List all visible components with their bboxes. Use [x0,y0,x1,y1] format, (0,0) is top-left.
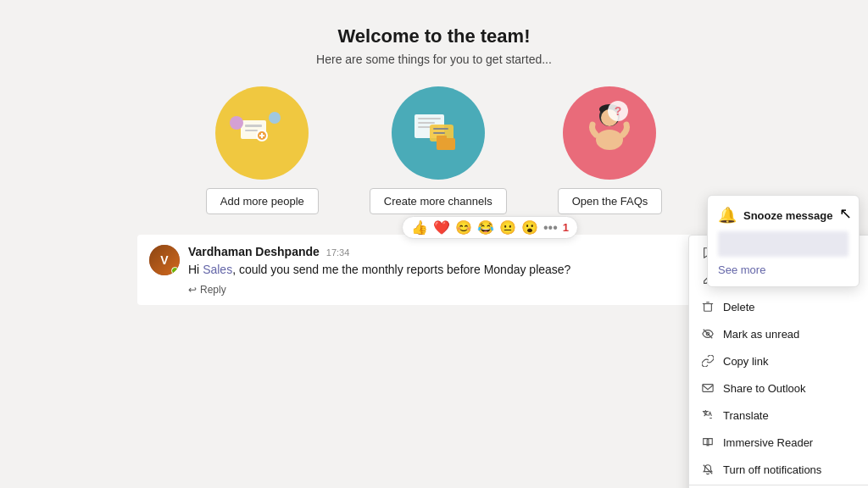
menu-divider [689,485,868,485]
yellow-illustration-svg [228,99,296,167]
reaction-thumbs-up[interactable]: 👍 [411,219,428,236]
reaction-heart[interactable]: ❤️ [433,219,450,236]
card-open-faqs: ? Open the FAQs [558,86,663,214]
menu-item-share-outlook[interactable]: Share to Outlook [689,374,868,402]
reaction-more-dots[interactable]: ••• [543,220,558,236]
svg-text:?: ? [615,104,622,118]
menu-label-copy-link: Copy link [723,355,768,368]
sender-name: Vardhaman Deshpande [188,245,320,258]
snooze-header: 🔔 Snooze message ↖ [718,206,849,225]
message-text: Hi Sales, could you send me the monthly … [188,262,719,279]
menu-label-immersive-reader: Immersive Reader [723,436,813,449]
svg-rect-9 [418,118,441,119]
translate-icon [701,408,715,422]
teal-illustration-svg [404,99,472,167]
welcome-subtitle: Here are some things for you to get star… [316,53,552,66]
reaction-surprised[interactable]: 😮 [521,219,538,236]
message-row: V Vardhaman Deshpande 17:34 Hi Sales, co… [137,235,731,305]
snooze-bell-icon: 🔔 [718,206,737,225]
menu-label-share-outlook: Share to Outlook [723,382,806,395]
menu-item-delete[interactable]: Delete [689,293,868,320]
svg-rect-10 [418,122,435,124]
svg-point-4 [269,112,281,124]
welcome-title: Welcome to the team! [338,25,531,47]
avatar: V [149,245,180,275]
reaction-smile[interactable]: 😊 [455,219,472,236]
svg-rect-15 [437,138,455,150]
svg-point-3 [230,116,243,130]
book-icon [701,435,715,449]
message-body: Vardhaman Deshpande 17:34 Hi Sales, coul… [188,245,719,297]
card-illustration-pink: ? [563,86,656,180]
eye-slash-icon [701,327,715,341]
svg-rect-27 [703,385,713,392]
message-time: 17:34 [326,247,350,258]
snooze-preview [718,231,849,257]
menu-item-mark-unread[interactable]: Mark as unread [689,320,868,347]
card-create-channels: Create more channels [370,86,507,214]
cursor-icon: ↖ [839,204,852,223]
menu-label-delete: Delete [723,301,755,313]
reaction-badge-1: 1 [563,221,569,234]
menu-item-immersive-reader[interactable]: Immersive Reader [689,429,868,456]
menu-item-copy-link[interactable]: Copy link [689,347,868,374]
card-illustration-teal [392,86,485,180]
menu-label-translate: Translate [723,409,769,422]
snooze-popup: 🔔 Snooze message ↖ See more [707,195,860,287]
mail-icon [701,381,715,395]
mention: Sales [203,263,232,276]
snooze-title: Snooze message [743,209,833,222]
online-indicator [171,267,179,274]
card-add-people: Add more people [206,86,319,214]
menu-label-turn-off-notifications: Turn off notifications [723,463,821,476]
link-icon [701,354,715,368]
message-area: V Vardhaman Deshpande 17:34 Hi Sales, co… [137,235,731,305]
reply-label: Reply [200,284,226,296]
reaction-neutral[interactable]: 😐 [499,219,516,236]
svg-rect-23 [704,304,712,312]
svg-rect-13 [433,128,448,130]
svg-rect-16 [437,136,447,140]
bell-slash-icon [701,463,715,476]
reply-arrow-icon: ↩ [188,284,197,296]
menu-item-translate[interactable]: Translate [689,402,868,429]
cards-row: Add more people [206,86,663,214]
open-faqs-button[interactable]: Open the FAQs [558,188,663,214]
reaction-laugh[interactable]: 😂 [477,219,494,236]
menu-label-mark-unread: Mark as unread [723,328,799,341]
message-text-after: , could you send me the monthly reports … [232,263,570,276]
pink-illustration-svg: ? [576,99,643,167]
svg-rect-2 [245,130,258,131]
message-text-before: Hi [188,263,203,276]
trash-icon [701,300,715,313]
svg-point-20 [596,130,623,150]
reaction-bar: 👍 ❤️ 😊 😂 😐 😮 ••• 1 [402,216,578,239]
reply-button[interactable]: ↩ Reply [188,284,226,296]
create-more-channels-button[interactable]: Create more channels [370,188,507,214]
add-more-people-button[interactable]: Add more people [206,188,319,214]
menu-item-turn-off-notifications[interactable]: Turn off notifications [689,456,868,483]
card-illustration-yellow [215,86,309,180]
svg-rect-1 [245,125,262,127]
svg-rect-14 [433,132,445,134]
see-more-button[interactable]: See more [718,263,849,276]
message-header: Vardhaman Deshpande 17:34 [188,245,719,258]
